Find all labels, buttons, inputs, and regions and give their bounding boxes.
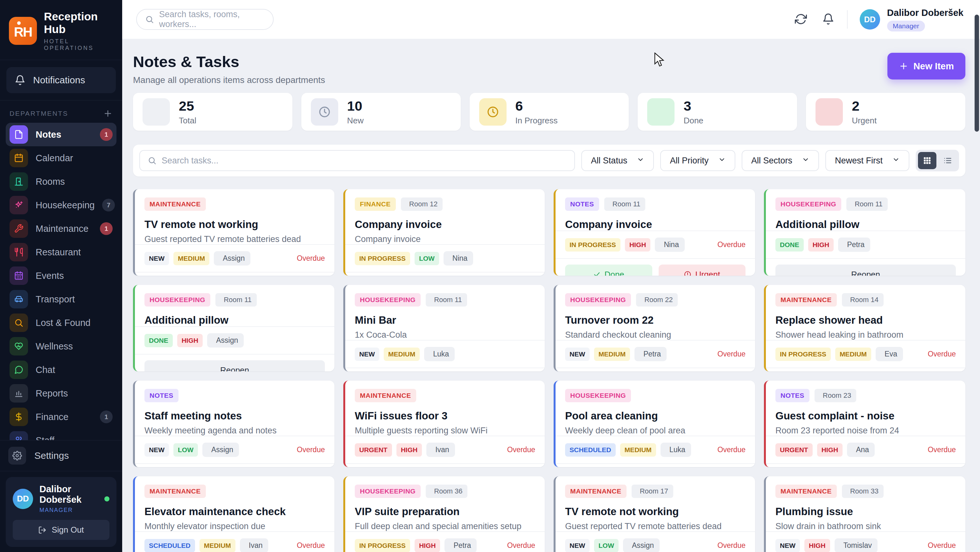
scrollbar-thumb[interactable]	[975, 14, 979, 132]
sidebar-item-restaurant[interactable]: Restaurant	[6, 240, 116, 264]
filter-select-value: All Status	[591, 156, 627, 166]
add-department-button[interactable]	[103, 109, 113, 118]
task-card[interactable]: MAINTENANCE Elevator maintenance check M…	[133, 476, 334, 552]
task-card[interactable]: FINANCE Room 12 Company invoice Company …	[343, 189, 545, 276]
task-description: Full deep clean and special amenities se…	[355, 522, 535, 531]
sidebar-item-finance[interactable]: Finance 1	[6, 405, 116, 428]
sidebar-item-wellness[interactable]: Wellness	[6, 335, 116, 358]
task-card[interactable]: MAINTENANCE Room 14 Replace shower head …	[764, 285, 966, 371]
task-description: Guest reported TV remote batteries dead	[145, 234, 325, 244]
assignee-chip[interactable]: Assign	[623, 538, 660, 552]
sector-badge: HOUSEKEEPING	[565, 389, 631, 402]
sidebar-item-reports[interactable]: Reports	[6, 382, 116, 405]
assignee-chip[interactable]: Luka	[660, 443, 691, 457]
sidebar-item-badge: 1	[100, 128, 113, 141]
task-description: Guest reported TV remote batteries dead	[565, 522, 746, 531]
task-search-input[interactable]: Search tasks...	[139, 150, 575, 171]
sidebar-item-settings[interactable]: Settings	[8, 447, 114, 465]
status-badge: SCHEDULED	[145, 539, 195, 552]
sidebar-item-notes[interactable]: Notes 1	[6, 123, 116, 146]
alert-circle-icon	[816, 98, 843, 125]
clock-icon	[479, 98, 506, 125]
avatar: DD	[13, 489, 33, 509]
overdue-indicator: Overdue	[504, 446, 535, 454]
notifications-bell-button[interactable]	[822, 13, 835, 26]
done-button[interactable]: Done	[565, 265, 652, 276]
filter-select-newest-first[interactable]: Newest First	[826, 150, 909, 171]
refresh-button[interactable]	[795, 13, 808, 26]
sidebar-item-staff[interactable]: Staff	[6, 428, 116, 440]
assignee-chip[interactable]: Petra	[838, 238, 870, 252]
assignee-chip[interactable]: Petra	[444, 538, 477, 552]
reopen-button[interactable]: Reopen	[145, 360, 325, 371]
sidebar-item-lost-found[interactable]: Lost & Found	[6, 311, 116, 335]
task-card[interactable]: HOUSEKEEPING Room 11 Additional pillow D…	[133, 285, 334, 371]
assignee-chip[interactable]: Ana	[847, 443, 875, 457]
notifications-label: Notifications	[33, 75, 85, 86]
task-card[interactable]: MAINTENANCE Room 33 Plumbing issue Slow …	[764, 476, 966, 552]
sector-badge: MAINTENANCE	[355, 389, 416, 402]
sidebar-item-events[interactable]: Events	[6, 264, 116, 287]
card-actions: Reopen	[766, 258, 966, 276]
sidebar-item-chat[interactable]: Chat	[6, 358, 116, 382]
filter-select-all-status[interactable]: All Status	[581, 150, 654, 171]
sidebar-item-label: Staff	[36, 435, 113, 440]
task-card[interactable]: HOUSEKEEPING Room 11 Additional pillow D…	[764, 189, 966, 276]
sidebar-item-label: Finance	[36, 412, 92, 422]
task-description: 1x Coca-Cola	[355, 330, 535, 340]
stat-card-done: 3 Done	[638, 93, 797, 131]
sidebar-item-label: Transport	[36, 294, 113, 305]
status-badge: NEW	[145, 252, 169, 265]
sector-badge: MAINTENANCE	[775, 485, 837, 498]
filter-select-value: All Sectors	[751, 156, 792, 166]
assignee-chip[interactable]: Luka	[424, 347, 455, 361]
priority-badge: LOW	[173, 443, 198, 457]
assignee-chip[interactable]: Ivan	[426, 443, 455, 457]
task-search-placeholder: Search tasks...	[162, 156, 219, 166]
gear-icon	[8, 447, 26, 465]
sidebar-item-calendar[interactable]: Calendar	[6, 146, 116, 170]
view-toggle	[916, 150, 959, 171]
sidebar-item-maintenance[interactable]: Maintenance 1	[6, 217, 116, 240]
stat-card-new: 10 New	[301, 93, 461, 131]
filter-select-all-sectors[interactable]: All Sectors	[742, 150, 819, 171]
list-view-button[interactable]	[938, 152, 957, 169]
task-card[interactable]: HOUSEKEEPING Pool area cleaning Weekly d…	[554, 381, 755, 467]
task-description: Monthly elevator inspection due	[145, 522, 325, 531]
task-card[interactable]: NOTES Staff meeting notes Weekly meeting…	[133, 381, 334, 467]
overdue-indicator: Overdue	[924, 446, 956, 454]
task-card[interactable]: MAINTENANCE Room 17 TV remote not workin…	[554, 476, 755, 552]
task-card[interactable]: HOUSEKEEPING Room 22 Turnover room 22 St…	[554, 285, 755, 371]
sidebar-item-housekeeping[interactable]: Housekeeping 7	[6, 194, 116, 217]
assignee-chip[interactable]: Eva	[876, 347, 903, 361]
assignee-chip[interactable]: Assign	[214, 251, 250, 265]
topbar-avatar[interactable]: DD	[860, 9, 880, 30]
assignee-chip[interactable]: Nina	[655, 238, 684, 252]
assignee-chip[interactable]: Assign	[207, 333, 244, 347]
reopen-button[interactable]: Reopen	[775, 265, 956, 276]
task-card[interactable]: HOUSEKEEPING Room 36 VIP suite preparati…	[343, 476, 545, 552]
task-card[interactable]: MAINTENANCE WiFi issues floor 3 Multiple…	[343, 381, 545, 467]
task-card[interactable]: NOTES Room 11 Company invoice IN PROGRES…	[554, 189, 755, 276]
grid-view-button[interactable]	[918, 152, 936, 169]
assignee-chip[interactable]: Nina	[444, 251, 473, 265]
sign-out-button[interactable]: Sign Out	[13, 520, 110, 540]
task-card[interactable]: HOUSEKEEPING Room 11 Mini Bar 1x Coca-Co…	[343, 285, 545, 371]
assignee-chip[interactable]: Assign	[202, 443, 239, 457]
priority-badge: LOW	[415, 252, 439, 265]
sidebar-item-transport[interactable]: Transport	[6, 287, 116, 311]
assignee-chip[interactable]: Ivan	[240, 538, 268, 552]
task-card[interactable]: MAINTENANCE TV remote not working Guest …	[133, 189, 334, 276]
assignee-chip[interactable]: Petra	[635, 347, 667, 361]
sidebar-item-rooms[interactable]: Rooms	[6, 170, 116, 194]
task-card[interactable]: NOTES Room 23 Guest complaint - noise Ro…	[764, 381, 966, 467]
filter-select-all-priority[interactable]: All Priority	[660, 150, 735, 171]
assignee-chip[interactable]: Tomislav	[835, 538, 878, 552]
new-item-button[interactable]: New Item	[888, 53, 966, 79]
list-icon	[143, 98, 170, 125]
urgent-button[interactable]: Urgent	[659, 265, 746, 276]
sidebar-item-notifications[interactable]: Notifications	[6, 67, 116, 93]
priority-badge: MEDIUM	[835, 347, 871, 361]
priority-badge: HIGH	[177, 334, 203, 347]
global-search-input[interactable]: Search tasks, rooms, workers...	[136, 9, 274, 30]
